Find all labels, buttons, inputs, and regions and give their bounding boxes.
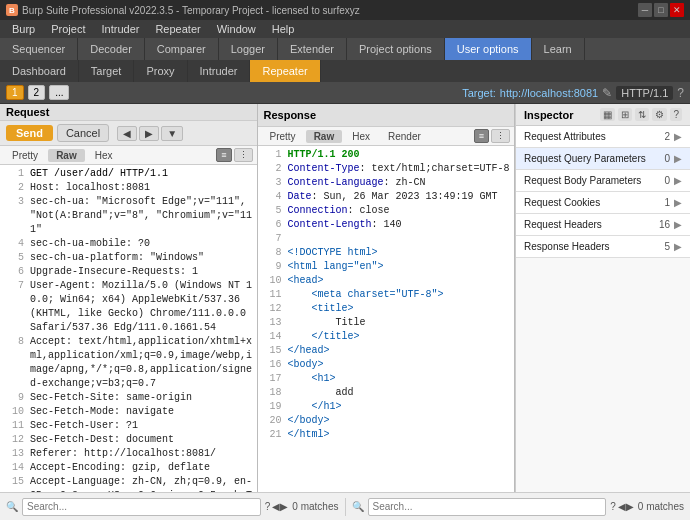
tab-comparer[interactable]: Comparer <box>145 38 219 60</box>
tab-repeater[interactable]: Repeater <box>250 60 320 82</box>
next-arrow[interactable]: ▶ <box>139 126 159 141</box>
tab-project-options[interactable]: Project options <box>347 38 445 60</box>
tab-intruder2[interactable]: Intruder <box>188 60 251 82</box>
inspector-section-1[interactable]: Request Query Parameters0▶ <box>516 148 690 169</box>
req-line: 7User-Agent: Mozilla/5.0 (Windows NT 10.… <box>0 279 257 335</box>
inspector-chevron-icon: ▶ <box>674 197 682 208</box>
resp-view-icon2[interactable]: ⋮ <box>491 129 510 143</box>
resp-line: 17 <h1> <box>258 372 515 386</box>
down-arrow[interactable]: ▼ <box>161 126 183 141</box>
tab-logger[interactable]: Logger <box>219 38 278 60</box>
repeater-tab-1[interactable]: 1 <box>6 85 24 100</box>
inspector-section-label: Request Query Parameters <box>524 153 664 164</box>
maximize-button[interactable]: □ <box>654 3 668 17</box>
req-view-icon2[interactable]: ⋮ <box>234 148 253 162</box>
tab-sequencer[interactable]: Sequencer <box>0 38 78 60</box>
resp-tab-render[interactable]: Render <box>380 130 429 143</box>
req-line: 3sec-ch-ua: "Microsoft Edge";v="111", "N… <box>0 195 257 237</box>
inspector-icon-sort[interactable]: ⇅ <box>635 108 649 121</box>
search-help-left[interactable]: ? <box>265 501 271 512</box>
req-line: 11Sec-Fetch-User: ?1 <box>0 419 257 433</box>
tab-extender[interactable]: Extender <box>278 38 347 60</box>
inspector-sections: Request Attributes2▶Request Query Parame… <box>516 126 690 258</box>
resp-line: 9<html lang="en"> <box>258 260 515 274</box>
inspector-chevron-icon: ▶ <box>674 219 682 230</box>
status-left: 🔍 ? ◀▶ 0 matches <box>0 498 346 516</box>
menu-help[interactable]: Help <box>264 20 303 38</box>
search-nav-left[interactable]: ◀▶ <box>272 501 288 512</box>
inspector-icon-list[interactable]: ▦ <box>600 108 615 121</box>
target-label: Target: <box>462 87 496 99</box>
response-content[interactable]: 1HTTP/1.1 2002Content-Type: text/html;ch… <box>258 146 515 492</box>
req-line: 6Upgrade-Insecure-Requests: 1 <box>0 265 257 279</box>
window-controls[interactable]: ─ □ ✕ <box>638 3 684 17</box>
search-input-left[interactable] <box>22 498 261 516</box>
inspector-icon-grid[interactable]: ⊞ <box>618 108 632 121</box>
inspector-chevron-icon: ▶ <box>674 153 682 164</box>
title-bar: B Burp Suite Professional v2022.3.5 - Te… <box>0 0 690 20</box>
title-bar-left: B Burp Suite Professional v2022.3.5 - Te… <box>6 4 360 16</box>
inspector-section-4[interactable]: Request Headers16▶ <box>516 214 690 235</box>
resp-line: 21</html> <box>258 428 515 442</box>
req-line: 5sec-ch-ua-platform: "Windows" <box>0 251 257 265</box>
search-help-right[interactable]: ? <box>610 501 616 512</box>
tab-decoder[interactable]: Decoder <box>78 38 145 60</box>
search-nav-right[interactable]: ◀▶ <box>618 501 634 512</box>
req-line: 13Referer: http://localhost:8081/ <box>0 447 257 461</box>
send-button[interactable]: Send <box>6 125 53 141</box>
resp-line: 4Date: Sun, 26 Mar 2023 13:49:19 GMT <box>258 190 515 204</box>
tab-learn[interactable]: Learn <box>532 38 585 60</box>
status-right: 🔍 ? ◀▶ 0 matches <box>346 498 691 516</box>
menu-project[interactable]: Project <box>43 20 93 38</box>
inspector-section-2[interactable]: Request Body Parameters0▶ <box>516 170 690 191</box>
inspector-chevron-icon: ▶ <box>674 175 682 186</box>
tab-dashboard[interactable]: Dashboard <box>0 60 79 82</box>
resp-line: 13 Title <box>258 316 515 330</box>
inspector-header: Inspector ▦ ⊞ ⇅ ⚙ ? <box>516 104 690 126</box>
close-button[interactable]: ✕ <box>670 3 684 17</box>
prev-arrow[interactable]: ◀ <box>117 126 137 141</box>
menu-burp[interactable]: Burp <box>4 20 43 38</box>
menu-window[interactable]: Window <box>209 20 264 38</box>
tab-user-options[interactable]: User options <box>445 38 532 60</box>
target-url: http://localhost:8081 <box>500 87 598 99</box>
inspector-section-count: 5 <box>664 241 670 252</box>
help-icon[interactable]: ? <box>677 86 684 100</box>
search-icons-left: ? ◀▶ <box>265 501 289 512</box>
inspector-icon-help[interactable]: ? <box>670 108 682 121</box>
resp-view-icon1[interactable]: ≡ <box>474 129 489 143</box>
menu-repeater[interactable]: Repeater <box>147 20 208 38</box>
req-tab-pretty[interactable]: Pretty <box>4 149 46 162</box>
cancel-button[interactable]: Cancel <box>57 124 109 142</box>
req-line: 10Sec-Fetch-Mode: navigate <box>0 405 257 419</box>
resp-line: 8<!DOCTYPE html> <box>258 246 515 260</box>
inspector-section-label: Request Body Parameters <box>524 175 664 186</box>
tab-target[interactable]: Target <box>79 60 135 82</box>
req-tab-hex[interactable]: Hex <box>87 149 121 162</box>
search-input-right[interactable] <box>368 498 607 516</box>
req-tab-raw[interactable]: Raw <box>48 149 85 162</box>
req-view-icon1[interactable]: ≡ <box>216 148 231 162</box>
inspector-icon-settings[interactable]: ⚙ <box>652 108 667 121</box>
resp-tab-hex[interactable]: Hex <box>344 130 378 143</box>
repeater-tab-2[interactable]: 2 <box>28 85 46 100</box>
req-line: 12Sec-Fetch-Dest: document <box>0 433 257 447</box>
nav-tabs-bottom: Dashboard Target Proxy Intruder Repeater <box>0 60 690 82</box>
request-content[interactable]: 1GET /user/add/ HTTP/1.12Host: localhost… <box>0 165 257 492</box>
resp-tab-raw[interactable]: Raw <box>306 130 343 143</box>
minimize-button[interactable]: ─ <box>638 3 652 17</box>
inspector-panel: Inspector ▦ ⊞ ⇅ ⚙ ? Request Attributes2▶… <box>515 104 690 492</box>
edit-target-icon[interactable]: ✎ <box>602 86 612 100</box>
resp-line: 2Content-Type: text/html;charset=UTF-8 <box>258 162 515 176</box>
tab-proxy[interactable]: Proxy <box>134 60 187 82</box>
resp-tab-pretty[interactable]: Pretty <box>262 130 304 143</box>
menu-intruder[interactable]: Intruder <box>94 20 148 38</box>
resp-line: 14 </title> <box>258 330 515 344</box>
resp-line: 20</body> <box>258 414 515 428</box>
inspector-section-3[interactable]: Request Cookies1▶ <box>516 192 690 213</box>
inspector-chevron-icon: ▶ <box>674 241 682 252</box>
inspector-section-5[interactable]: Response Headers5▶ <box>516 236 690 257</box>
inspector-section-0[interactable]: Request Attributes2▶ <box>516 126 690 147</box>
repeater-tab-more[interactable]: ... <box>49 85 69 100</box>
resp-line: 12 <title> <box>258 302 515 316</box>
